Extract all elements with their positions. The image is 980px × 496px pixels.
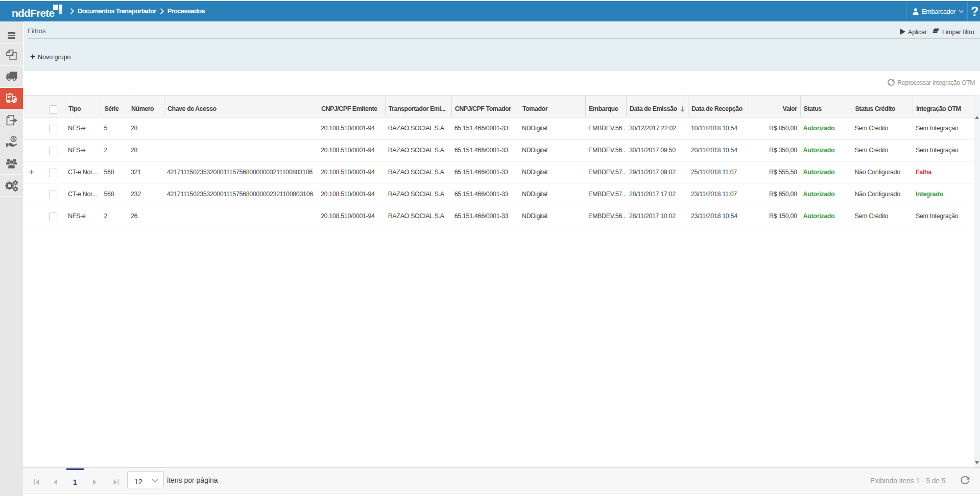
svg-text:$: $ [12,137,14,142]
